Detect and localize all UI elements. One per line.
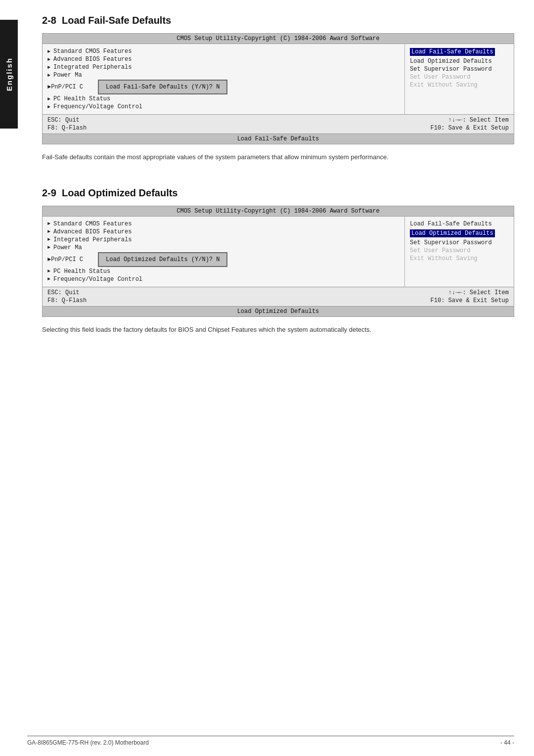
- section-2-8-title: Load Fail-Safe Defaults: [62, 15, 171, 26]
- bios-f10-2: F10: Save & Exit Setup: [431, 297, 509, 304]
- bios-item-power-2: ► Power Ma: [47, 244, 400, 251]
- bios-right-optimized-1: Load Optimized Defaults: [410, 58, 509, 65]
- section-2-9-title: Load Optimized Defaults: [62, 187, 178, 198]
- bios-item-freq-1: ► Frequency/Voltage Control: [47, 103, 400, 110]
- bios-item-integrated-2: ► Integrated Peripherals: [47, 236, 400, 243]
- bios-footer-left-1: ESC: Quit F8: Q-Flash: [47, 117, 87, 132]
- bios-item-advanced-1: ► Advanced BIOS Features: [47, 56, 400, 63]
- section-2-8-heading: 2-8 Load Fail-Safe Defaults: [42, 15, 514, 26]
- bios-right-panel-2: Load Fail-Safe Defaults Load Optimized D…: [405, 217, 514, 287]
- bios-status-1: Load Fail-Safe Defaults: [43, 133, 514, 144]
- bios-footer-right-1: ↑↓→←: Select Item F10: Save & Exit Setup: [431, 117, 509, 132]
- bios-right-failsafe-1: Load Fail-Safe Defaults: [410, 48, 495, 56]
- section-2-8-description: Fail-Safe defaults contain the most appr…: [42, 152, 477, 163]
- bios-right-supervisor-1: Set Supervisor Password: [410, 66, 509, 73]
- arrow-icon-1: ►: [47, 49, 50, 54]
- arrow-icon-4: ►: [47, 73, 50, 78]
- bios-right-panel-1: Load Fail-Safe Defaults Load Optimized D…: [405, 44, 514, 114]
- bios-right-supervisor-2: Set Supervisor Password: [410, 239, 509, 246]
- bios-dialog-box-1: Load Fail-Safe Defaults (Y/N)? N: [98, 80, 227, 94]
- bios-status-2: Load Optimized Defaults: [43, 306, 514, 316]
- bios-right-exit-1: Exit Without Saving: [410, 82, 509, 89]
- footer-left: GA-8I865GME-775-RH (rev. 2.0) Motherboar…: [27, 739, 149, 746]
- arrow-icon-3: ►: [47, 65, 50, 70]
- bios-footer-right-2: ↑↓→←: Select Item F10: Save & Exit Setup: [431, 289, 509, 304]
- bios-f8-2: F8: Q-Flash: [47, 297, 87, 304]
- sidebar-label: English: [5, 57, 13, 91]
- bios-title-1: CMOS Setup Utility-Copyright (C) 1984-20…: [43, 34, 514, 44]
- arrow-icon-12: ►: [47, 256, 51, 263]
- bios-f10-1: F10: Save & Exit Setup: [431, 125, 509, 132]
- arrow-icon-13: ►: [47, 268, 50, 274]
- bios-right-exit-2: Exit Without Saving: [410, 255, 509, 262]
- arrow-icon-7: ►: [47, 104, 50, 110]
- bios-right-optimized-2: Load Optimized Defaults: [410, 229, 495, 237]
- bios-item-freq-2: ► Frequency/Voltage Control: [47, 276, 400, 283]
- bios-item-power-1: ► Power Ma: [47, 72, 400, 79]
- arrow-icon-14: ►: [47, 276, 50, 282]
- bios-footer-2: ESC: Quit F8: Q-Flash ↑↓→←: Select Item …: [43, 287, 514, 306]
- bios-arrows-1: ↑↓→←: Select Item: [431, 117, 509, 124]
- bios-body-2: ► Standard CMOS Features ► Advanced BIOS…: [43, 217, 514, 287]
- bios-left-panel-1: ► Standard CMOS Features ► Advanced BIOS…: [43, 44, 405, 114]
- section-2-8-number: 2-8: [42, 15, 56, 26]
- bios-item-health-2: ► PC Health Status: [47, 268, 400, 275]
- arrow-icon-9: ►: [47, 229, 50, 234]
- bios-dialog-row-2: ► PnP/PCI C Load Optimized Defaults (Y/N…: [47, 252, 400, 267]
- section-2-9-description: Selecting this field loads the factory d…: [42, 325, 477, 335]
- arrow-icon-5: ►: [47, 84, 51, 90]
- bios-item-standard-1: ► Standard CMOS Features: [47, 48, 400, 55]
- footer-right: - 44 -: [500, 739, 514, 746]
- arrow-icon-8: ►: [47, 221, 50, 226]
- arrow-icon-10: ►: [47, 237, 50, 242]
- bios-footer-left-2: ESC: Quit F8: Q-Flash: [47, 289, 87, 304]
- bios-footer-1: ESC: Quit F8: Q-Flash ↑↓→←: Select Item …: [43, 114, 514, 133]
- bios-esc-1: ESC: Quit: [47, 117, 87, 124]
- bios-item-advanced-2: ► Advanced BIOS Features: [47, 228, 400, 235]
- bios-dialog-box-2: Load Optimized Defaults (Y/N)? N: [98, 252, 227, 267]
- arrow-icon-11: ►: [47, 245, 50, 250]
- page-footer: GA-8I865GME-775-RH (rev. 2.0) Motherboar…: [27, 736, 514, 746]
- bios-right-failsafe-2: Load Fail-Safe Defaults: [410, 221, 509, 227]
- bios-screenshot-1: CMOS Setup Utility-Copyright (C) 1984-20…: [42, 33, 514, 144]
- bios-dialog-row-1: ► PnP/PCI C Load Fail-Safe Defaults (Y/N…: [47, 80, 400, 94]
- bios-body-1: ► Standard CMOS Features ► Advanced BIOS…: [43, 44, 514, 114]
- bios-arrows-2: ↑↓→←: Select Item: [431, 289, 509, 296]
- bios-f8-1: F8: Q-Flash: [47, 125, 87, 132]
- arrow-icon-2: ►: [47, 57, 50, 62]
- bios-right-user-2: Set User Password: [410, 247, 509, 254]
- bios-item-integrated-1: ► Integrated Peripherals: [47, 64, 400, 71]
- arrow-icon-6: ►: [47, 96, 50, 102]
- bios-left-panel-2: ► Standard CMOS Features ► Advanced BIOS…: [43, 217, 405, 287]
- bios-item-health-1: ► PC Health Status: [47, 95, 400, 102]
- bios-esc-2: ESC: Quit: [47, 289, 87, 296]
- bios-title-2: CMOS Setup Utility-Copyright (C) 1984-20…: [43, 206, 514, 217]
- section-2-9-heading: 2-9 Load Optimized Defaults: [42, 187, 514, 199]
- section-2-9-number: 2-9: [42, 187, 56, 198]
- sidebar-english-tab: English: [0, 20, 18, 129]
- bios-item-standard-2: ► Standard CMOS Features: [47, 221, 400, 227]
- bios-right-user-1: Set User Password: [410, 74, 509, 81]
- bios-screenshot-2: CMOS Setup Utility-Copyright (C) 1984-20…: [42, 206, 514, 317]
